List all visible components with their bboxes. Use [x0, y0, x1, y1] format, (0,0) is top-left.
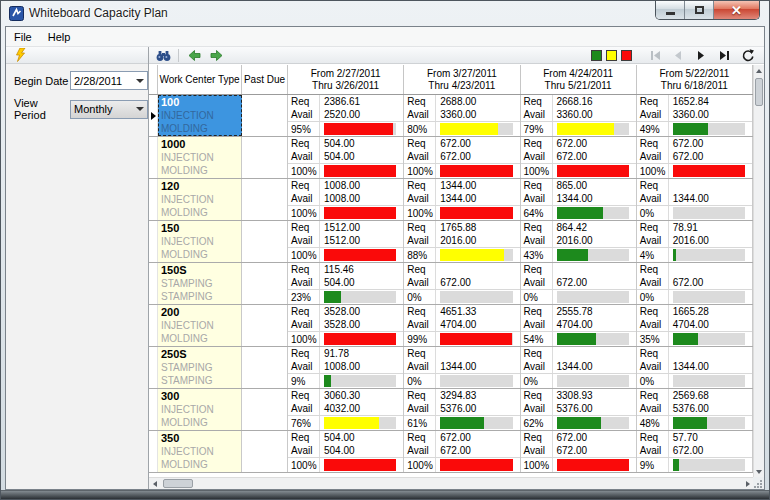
period-cell[interactable]: Req 3060.30 Avail 4032.00 76% [288, 389, 404, 430]
past-due-cell[interactable] [242, 221, 288, 262]
past-due-cell[interactable] [242, 179, 288, 220]
title-bar[interactable]: Whiteboard Capacity Plan ✕ [1, 1, 769, 26]
period-cell[interactable]: Req 57.70 Avail 672.00 9% [637, 431, 753, 472]
refresh-button[interactable] [740, 48, 754, 62]
table-row[interactable]: 350 INJECTION MOLDING Req 504.00 Avail 5… [149, 431, 753, 473]
period-cell[interactable]: Req 2668.16 Avail 3360.00 79% [521, 95, 637, 136]
work-center-cell[interactable]: 150S STAMPING STAMPING [158, 263, 242, 304]
horizontal-scrollbar[interactable] [149, 477, 753, 489]
table-row[interactable]: 150 INJECTION MOLDING Req 1512.00 Avail … [149, 221, 753, 263]
vertical-scroll-thumb[interactable] [755, 78, 763, 106]
past-due-cell[interactable] [242, 347, 288, 388]
resize-grip[interactable] [753, 477, 764, 489]
maximize-button[interactable] [685, 1, 714, 19]
chevron-down-icon[interactable] [132, 79, 147, 83]
period-cell[interactable]: Req 3308.93 Avail 5376.00 62% [521, 389, 637, 430]
table-row[interactable]: 150S STAMPING STAMPING Req 115.46 Avail … [149, 263, 753, 305]
period-cell[interactable]: Req 864.42 Avail 2016.00 43% [521, 221, 637, 262]
find-button[interactable] [153, 47, 173, 63]
table-row[interactable]: 300 INJECTION MOLDING Req 3060.30 Avail … [149, 389, 753, 431]
period-cell[interactable]: Req Avail 1344.00 0% [637, 179, 753, 220]
run-button[interactable] [11, 47, 31, 63]
period-cell[interactable]: Req 504.00 Avail 504.00 100% [288, 431, 404, 472]
past-due-cell[interactable] [242, 431, 288, 472]
req-value: 2555.78 [553, 305, 636, 318]
view-period-combobox[interactable]: Monthly [70, 100, 148, 119]
period-cell[interactable]: Req Avail 1344.00 0% [521, 347, 637, 388]
past-due-cell[interactable] [242, 263, 288, 304]
work-center-cell[interactable]: 250S STAMPING STAMPING [158, 347, 242, 388]
period-cell[interactable]: Req 4651.33 Avail 4704.00 99% [404, 305, 520, 346]
period-cell[interactable]: Req 672.00 Avail 672.00 100% [521, 137, 637, 178]
period-cell[interactable]: Req 504.00 Avail 504.00 100% [288, 137, 404, 178]
period-cell[interactable]: Req 3294.83 Avail 5376.00 61% [404, 389, 520, 430]
past-due-cell[interactable] [242, 389, 288, 430]
minimize-button[interactable] [656, 1, 685, 19]
period-cell[interactable]: Req 672.00 Avail 672.00 100% [637, 137, 753, 178]
work-center-cell[interactable]: 1000 INJECTION MOLDING [158, 137, 242, 178]
work-center-cell[interactable]: 350 INJECTION MOLDING [158, 431, 242, 472]
period-cell[interactable]: Req 672.00 Avail 672.00 100% [521, 431, 637, 472]
period-cell[interactable]: Req 3528.00 Avail 3528.00 100% [288, 305, 404, 346]
scroll-up-button[interactable] [754, 65, 764, 76]
work-center-cell[interactable]: 120 INJECTION MOLDING [158, 179, 242, 220]
period-column-header[interactable]: From 2/27/2011 Thru 3/26/2011 [288, 65, 404, 94]
period-column-header[interactable]: From 5/22/2011 Thru 6/18/2011 [637, 65, 753, 94]
period-cell[interactable]: Req 672.00 Avail 672.00 100% [404, 431, 520, 472]
scroll-down-button[interactable] [754, 466, 764, 477]
period-cell[interactable]: Req 91.78 Avail 1008.00 9% [288, 347, 404, 388]
previous-record-button[interactable] [671, 48, 685, 62]
first-record-button[interactable] [648, 48, 662, 62]
req-label: Req [404, 305, 436, 318]
period-cell[interactable]: Req 2569.68 Avail 5376.00 48% [637, 389, 753, 430]
forward-button[interactable] [206, 47, 226, 63]
period-cell[interactable]: Req 2386.61 Avail 2520.00 95% [288, 95, 404, 136]
period-cell[interactable]: Req Avail 1344.00 0% [404, 347, 520, 388]
period-cell[interactable]: Req Avail 672.00 0% [521, 263, 637, 304]
period-column-header[interactable]: From 3/27/2011 Thru 4/23/2011 [404, 65, 520, 94]
work-center-type-header[interactable]: Work Center Type [158, 65, 242, 94]
past-due-header[interactable]: Past Due [242, 65, 288, 94]
period-cell[interactable]: Req 1008.00 Avail 1008.00 100% [288, 179, 404, 220]
period-cell[interactable]: Req 2555.78 Avail 4704.00 54% [521, 305, 637, 346]
work-center-cell[interactable]: 100 INJECTION MOLDING [158, 95, 242, 136]
chevron-down-icon[interactable] [132, 107, 147, 111]
last-record-button[interactable] [717, 48, 731, 62]
period-cell[interactable]: Req 865.00 Avail 1344.00 64% [521, 179, 637, 220]
back-button[interactable] [184, 47, 204, 63]
period-cell[interactable]: Req 115.46 Avail 504.00 23% [288, 263, 404, 304]
period-cell[interactable]: Req Avail 1344.00 0% [637, 347, 753, 388]
close-button[interactable]: ✕ [714, 1, 759, 19]
period-cell[interactable]: Req 1652.84 Avail 3360.00 49% [637, 95, 753, 136]
period-cell[interactable]: Req 1512.00 Avail 1512.00 100% [288, 221, 404, 262]
table-row[interactable]: 120 INJECTION MOLDING Req 1008.00 Avail … [149, 179, 753, 221]
work-center-cell[interactable]: 300 INJECTION MOLDING [158, 389, 242, 430]
table-row[interactable]: 250S STAMPING STAMPING Req 91.78 Avail 1… [149, 347, 753, 389]
period-cell[interactable]: Req 672.00 Avail 672.00 100% [404, 137, 520, 178]
refresh-icon [741, 49, 754, 62]
past-due-cell[interactable] [242, 305, 288, 346]
next-record-button[interactable] [694, 48, 708, 62]
horizontal-scroll-thumb[interactable] [163, 479, 193, 488]
scroll-right-button[interactable] [742, 478, 753, 489]
period-cell[interactable]: Req Avail 672.00 0% [637, 263, 753, 304]
scroll-left-button[interactable] [149, 478, 160, 489]
period-cell[interactable]: Req Avail 672.00 0% [404, 263, 520, 304]
table-row[interactable]: 100 INJECTION MOLDING Req 2386.61 Avail … [149, 95, 753, 137]
table-row[interactable]: 1000 INJECTION MOLDING Req 504.00 Avail … [149, 137, 753, 179]
period-cell[interactable]: Req 78.91 Avail 2016.00 4% [637, 221, 753, 262]
work-center-cell[interactable]: 150 INJECTION MOLDING [158, 221, 242, 262]
period-cell[interactable]: Req 2688.00 Avail 3360.00 80% [404, 95, 520, 136]
work-center-cell[interactable]: 200 INJECTION MOLDING [158, 305, 242, 346]
menu-file[interactable]: File [6, 28, 40, 46]
menu-help[interactable]: Help [40, 28, 79, 46]
past-due-cell[interactable] [242, 137, 288, 178]
table-row[interactable]: 200 INJECTION MOLDING Req 3528.00 Avail … [149, 305, 753, 347]
period-column-header[interactable]: From 4/24/2011 Thru 5/21/2011 [521, 65, 637, 94]
period-cell[interactable]: Req 1665.28 Avail 4704.00 35% [637, 305, 753, 346]
begin-date-combobox[interactable]: 2/28/2011 [70, 71, 148, 90]
past-due-cell[interactable] [242, 95, 288, 136]
period-cell[interactable]: Req 1765.88 Avail 2016.00 88% [404, 221, 520, 262]
vertical-scrollbar[interactable] [753, 65, 764, 477]
period-cell[interactable]: Req 1344.00 Avail 1344.00 100% [404, 179, 520, 220]
